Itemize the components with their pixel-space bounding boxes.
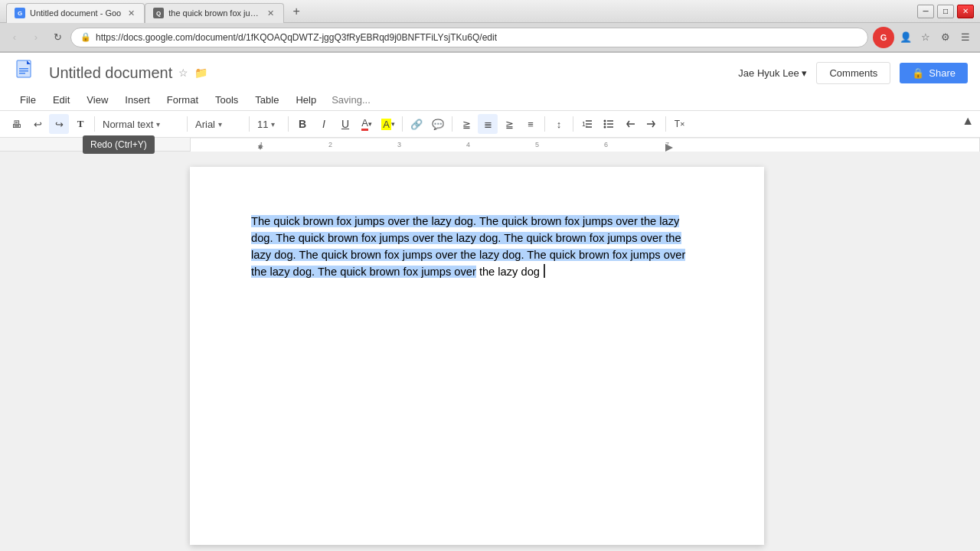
comments-button[interactable]: Comments [816, 62, 890, 84]
style-selector[interactable]: Normal text ▾ [99, 114, 183, 134]
saving-status: Saving... [332, 94, 371, 106]
doc-content[interactable]: The quick brown fox jumps over the lazy … [251, 213, 703, 280]
align-right-button[interactable]: ≧ [499, 114, 519, 134]
tab-title-fox: the quick brown fox jum... [168, 8, 260, 18]
forward-button[interactable]: › [28, 29, 44, 46]
minimize-button[interactable]: ─ [917, 5, 934, 18]
tab-close-fox[interactable]: ✕ [265, 8, 276, 18]
star-icon[interactable]: ☆ [178, 67, 188, 79]
maximize-button[interactable]: □ [937, 5, 954, 18]
document-page: The quick brown fox jumps over the lazy … [190, 167, 764, 545]
align-center-button[interactable]: ≣ [478, 114, 498, 134]
menu-view[interactable]: View [79, 91, 116, 109]
google-apps-icon[interactable]: G [873, 27, 894, 48]
font-size-value: 11 [257, 119, 268, 130]
sep1 [94, 116, 95, 132]
svg-text:5: 5 [535, 141, 539, 148]
window-controls: ─ □ ✕ [917, 5, 974, 18]
extensions-icon[interactable]: ⚙ [937, 29, 954, 46]
print-button[interactable]: 🖶 [6, 114, 26, 134]
link-button[interactable]: 🔗 [407, 114, 426, 134]
svg-rect-2 [19, 68, 28, 70]
text-color-button[interactable]: A ▾ [357, 114, 377, 134]
docs-title-right: Jae Hyuk Lee ▾ Comments 🔒 Share [738, 62, 968, 84]
menu-icon[interactable]: ☰ [957, 29, 974, 46]
share-label: Share [929, 67, 956, 79]
font-size-selector[interactable]: 11 ▾ [253, 114, 284, 134]
svg-point-11 [604, 126, 606, 129]
url-bar[interactable]: 🔒 https://docs.google.com/document/d/1fK… [70, 28, 868, 47]
menu-tools[interactable]: Tools [207, 91, 246, 109]
back-button[interactable]: ‹ [6, 29, 23, 46]
address-bar-controls: G 👤 ☆ ⚙ ☰ [873, 27, 974, 48]
ruler-content: 1 2 3 4 5 6 7 [190, 138, 980, 152]
docs-title-left: Untitled document ☆ 📁 [12, 59, 207, 86]
collapse-toolbar-button[interactable]: ▲ [962, 114, 974, 128]
tab-favicon-docs: G [15, 8, 25, 18]
underline-button[interactable]: U [335, 114, 355, 134]
svg-point-10 [604, 123, 606, 126]
align-justify-button[interactable]: ≡ [521, 114, 541, 134]
share-button[interactable]: 🔒 Share [900, 63, 968, 83]
numbered-list-button[interactable]: 1. [577, 114, 597, 134]
comment-button[interactable]: 💬 [428, 114, 448, 134]
svg-text:2: 2 [328, 141, 332, 148]
sep2 [187, 116, 188, 132]
bold-button[interactable]: B [292, 114, 312, 134]
menu-edit[interactable]: Edit [45, 91, 77, 109]
share-lock-icon: 🔒 [912, 67, 924, 79]
svg-text:4: 4 [466, 141, 470, 148]
style-value: Normal text [103, 119, 153, 130]
bullet-list-button[interactable] [599, 114, 619, 134]
tab-title-docs: Untitled document - Goo [30, 8, 121, 18]
sep5 [402, 116, 403, 132]
docs-title-row: Untitled document ☆ 📁 Jae Hyuk Lee ▾ Com… [12, 59, 968, 86]
refresh-button[interactable]: ↻ [49, 29, 66, 46]
menu-file[interactable]: File [12, 91, 44, 109]
folder-icon[interactable]: 📁 [194, 67, 207, 79]
svg-rect-3 [19, 70, 28, 72]
ruler: 1 2 3 4 5 6 7 [0, 138, 980, 152]
new-tab-button[interactable]: + [287, 2, 305, 21]
style-dropdown-arrow: ▾ [156, 120, 160, 129]
tab-bar: G Untitled document - Goo ✕ Q the quick … [6, 2, 305, 21]
docs-logo [12, 59, 40, 86]
sep9 [665, 116, 666, 132]
increase-indent-button[interactable] [642, 114, 662, 134]
size-dropdown-arrow: ▾ [271, 120, 275, 129]
tab-favicon-fox: Q [153, 8, 164, 18]
doc-title[interactable]: Untitled document [49, 64, 172, 82]
clear-format-button[interactable]: T✕ [670, 114, 690, 134]
tab-docs[interactable]: G Untitled document - Goo ✕ [6, 3, 145, 23]
font-dropdown-arrow: ▾ [218, 120, 222, 129]
paint-format-button[interactable]: T [70, 114, 90, 134]
selected-text: The quick brown fox jumps over the lazy … [251, 215, 685, 278]
title-bar: G Untitled document - Goo ✕ Q the quick … [0, 0, 980, 23]
redo-button[interactable]: ↪ [49, 114, 69, 134]
menu-table[interactable]: Table [247, 91, 286, 109]
tab-close-docs[interactable]: ✕ [126, 8, 136, 18]
svg-text:6: 6 [604, 141, 608, 148]
decrease-indent-button[interactable] [620, 114, 640, 134]
align-left-button[interactable]: ≧ [456, 114, 476, 134]
menu-insert[interactable]: Insert [117, 91, 158, 109]
highlight-button[interactable]: A ▾ [378, 114, 398, 134]
italic-button[interactable]: I [314, 114, 334, 134]
unselected-text: the lazy dog [476, 266, 540, 278]
close-button[interactable]: ✕ [957, 5, 974, 18]
docs-header: Untitled document ☆ 📁 Jae Hyuk Lee ▾ Com… [0, 53, 980, 111]
left-margin [0, 167, 190, 545]
undo-button[interactable]: ↩ [28, 114, 47, 134]
user-profile-icon[interactable]: 👤 [897, 29, 914, 46]
svg-point-9 [604, 120, 606, 122]
menu-help[interactable]: Help [288, 91, 324, 109]
line-spacing-button[interactable]: ↕ [549, 114, 569, 134]
font-selector[interactable]: Arial ▾ [191, 114, 245, 134]
svg-text:3: 3 [397, 141, 401, 148]
bookmark-icon[interactable]: ☆ [917, 29, 934, 46]
tab-fox[interactable]: Q the quick brown fox jum... ✕ [145, 3, 284, 23]
menu-bar: File Edit View Insert Format Tools Table… [12, 90, 968, 110]
main-area: The quick brown fox jumps over the lazy … [0, 152, 980, 551]
menu-format[interactable]: Format [159, 91, 206, 109]
user-name[interactable]: Jae Hyuk Lee ▾ [738, 67, 807, 79]
